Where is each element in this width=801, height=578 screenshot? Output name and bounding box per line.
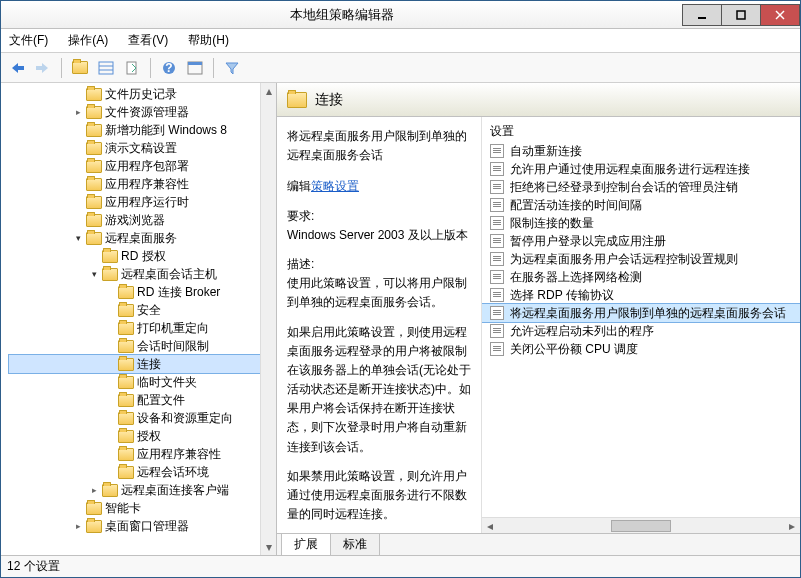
- folder-icon: [118, 322, 134, 335]
- list-item[interactable]: 配置活动连接的时间间隔: [482, 196, 800, 214]
- tb-properties-icon[interactable]: [183, 56, 207, 80]
- tab-extended[interactable]: 扩展: [281, 534, 331, 556]
- scroll-left-icon[interactable]: ◂: [482, 519, 498, 533]
- tree-scrollbar[interactable]: ▴ ▾: [260, 83, 276, 555]
- back-button[interactable]: [5, 56, 29, 80]
- tree-item[interactable]: 应用程序兼容性: [9, 445, 276, 463]
- tree-item[interactable]: ▸文件资源管理器: [9, 103, 276, 121]
- policy-icon: [490, 288, 504, 302]
- tree-item[interactable]: ▸桌面窗口管理器: [9, 517, 276, 535]
- svg-rect-4: [16, 66, 24, 70]
- list-header[interactable]: 设置: [482, 117, 800, 142]
- tb-help-icon[interactable]: ?: [157, 56, 181, 80]
- tree-item[interactable]: 临时文件夹: [9, 373, 276, 391]
- tree-item[interactable]: 文件历史记录: [9, 85, 276, 103]
- scroll-thumb[interactable]: [611, 520, 671, 532]
- window-title: 本地组策略编辑器: [1, 6, 683, 24]
- tree-item-label: 应用程序兼容性: [137, 446, 221, 463]
- list-item[interactable]: 将远程桌面服务用户限制到单独的远程桌面服务会话: [482, 304, 800, 322]
- tree-item[interactable]: 连接: [9, 355, 276, 373]
- expand-icon[interactable]: ▸: [73, 521, 83, 531]
- menu-view[interactable]: 查看(V): [124, 30, 172, 51]
- list-item[interactable]: 限制连接的数量: [482, 214, 800, 232]
- tb-export-icon[interactable]: [120, 56, 144, 80]
- tree-item[interactable]: 应用程序包部署: [9, 157, 276, 175]
- minimize-button[interactable]: [682, 4, 722, 26]
- tree-item[interactable]: RD 连接 Broker: [9, 283, 276, 301]
- twisty-none: [73, 179, 83, 189]
- tb-folder-icon[interactable]: [68, 56, 92, 80]
- titlebar: 本地组策略编辑器: [1, 1, 800, 29]
- tree-item[interactable]: 会话时间限制: [9, 337, 276, 355]
- list-item[interactable]: 允许远程启动未列出的程序: [482, 322, 800, 340]
- collapse-icon[interactable]: ▾: [73, 233, 83, 243]
- expand-icon[interactable]: ▸: [73, 107, 83, 117]
- tree-item-label: 应用程序运行时: [105, 194, 189, 211]
- tree-item-label: RD 连接 Broker: [137, 284, 220, 301]
- folder-icon: [86, 196, 102, 209]
- expand-icon[interactable]: ▸: [89, 485, 99, 495]
- tree-item[interactable]: 安全: [9, 301, 276, 319]
- collapse-icon[interactable]: ▾: [89, 269, 99, 279]
- list-item[interactable]: 暂停用户登录以完成应用注册: [482, 232, 800, 250]
- list-item[interactable]: 允许用户通过使用远程桌面服务进行远程连接: [482, 160, 800, 178]
- tree-item[interactable]: 应用程序兼容性: [9, 175, 276, 193]
- tree-item[interactable]: 远程会话环境: [9, 463, 276, 481]
- tree-item[interactable]: ▸远程桌面连接客户端: [9, 481, 276, 499]
- twisty-none: [105, 395, 115, 405]
- policy-icon: [490, 198, 504, 212]
- tree-item[interactable]: 新增功能到 Windows 8: [9, 121, 276, 139]
- close-button[interactable]: [760, 4, 800, 26]
- forward-button[interactable]: [31, 56, 55, 80]
- list-hscrollbar[interactable]: ◂ ▸: [482, 517, 800, 533]
- list-item[interactable]: 为远程桌面服务用户会话远程控制设置规则: [482, 250, 800, 268]
- twisty-none: [73, 143, 83, 153]
- svg-rect-13: [188, 62, 202, 65]
- maximize-button[interactable]: [721, 4, 761, 26]
- list-item[interactable]: 在服务器上选择网络检测: [482, 268, 800, 286]
- tb-list-icon[interactable]: [94, 56, 118, 80]
- list-item[interactable]: 关闭公平份额 CPU 调度: [482, 340, 800, 358]
- list-item[interactable]: 选择 RDP 传输协议: [482, 286, 800, 304]
- req-label: 要求:: [287, 209, 314, 223]
- folder-icon: [118, 412, 134, 425]
- tab-standard[interactable]: 标准: [330, 534, 380, 556]
- list-item-label: 配置活动连接的时间间隔: [510, 197, 642, 214]
- twisty-none: [105, 305, 115, 315]
- twisty-none: [73, 197, 83, 207]
- folder-icon: [86, 124, 102, 137]
- tree-item[interactable]: 设备和资源重定向: [9, 409, 276, 427]
- scroll-right-icon[interactable]: ▸: [784, 519, 800, 533]
- tree-item-label: 打印机重定向: [137, 320, 209, 337]
- tb-filter-icon[interactable]: [220, 56, 244, 80]
- tree-item[interactable]: 打印机重定向: [9, 319, 276, 337]
- pane-title: 连接: [315, 91, 343, 109]
- folder-icon: [118, 340, 134, 353]
- status-text: 12 个设置: [7, 558, 60, 575]
- tree-item[interactable]: 演示文稿设置: [9, 139, 276, 157]
- svg-rect-1: [737, 11, 745, 19]
- tree-item[interactable]: ▾远程桌面服务: [9, 229, 276, 247]
- tree-item[interactable]: 智能卡: [9, 499, 276, 517]
- menu-help[interactable]: 帮助(H): [184, 30, 233, 51]
- list-item[interactable]: 自动重新连接: [482, 142, 800, 160]
- tree-item-label: 授权: [137, 428, 161, 445]
- tree-item[interactable]: ▾远程桌面会话主机: [9, 265, 276, 283]
- menu-file[interactable]: 文件(F): [5, 30, 52, 51]
- tree-item[interactable]: 游戏浏览器: [9, 211, 276, 229]
- tree-item[interactable]: 配置文件: [9, 391, 276, 409]
- twisty-none: [105, 449, 115, 459]
- scroll-down-icon[interactable]: ▾: [261, 539, 276, 555]
- scroll-up-icon[interactable]: ▴: [261, 83, 276, 99]
- tree-item-label: 应用程序兼容性: [105, 176, 189, 193]
- list-item[interactable]: 拒绝将已经登录到控制台会话的管理员注销: [482, 178, 800, 196]
- tree-pane[interactable]: 文件历史记录▸文件资源管理器新增功能到 Windows 8演示文稿设置应用程序包…: [1, 83, 277, 555]
- tree-item[interactable]: RD 授权: [9, 247, 276, 265]
- tree-item[interactable]: 应用程序运行时: [9, 193, 276, 211]
- twisty-none: [89, 251, 99, 261]
- tree-item[interactable]: 授权: [9, 427, 276, 445]
- twisty-none: [105, 413, 115, 423]
- edit-policy-link[interactable]: 策略设置: [311, 179, 359, 193]
- menu-action[interactable]: 操作(A): [64, 30, 112, 51]
- policy-icon: [490, 342, 504, 356]
